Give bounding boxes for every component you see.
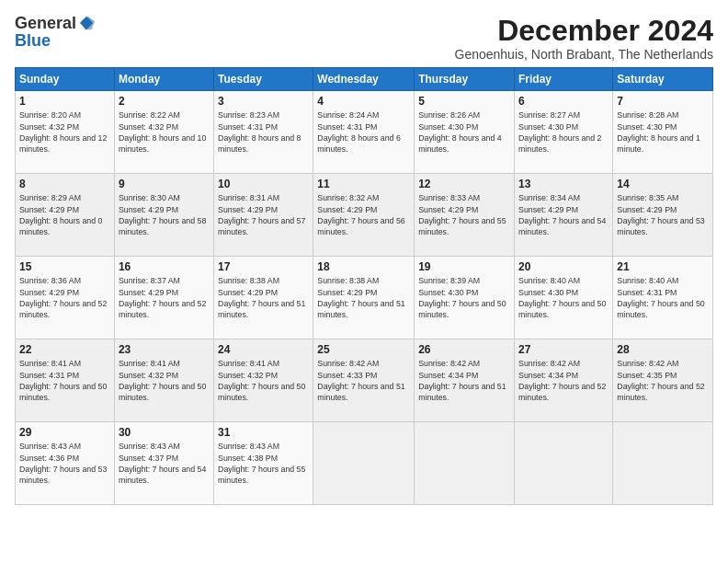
day-info: Sunrise: 8:42 AMSunset: 4:34 PMDaylight:…	[518, 359, 606, 402]
calendar-cell: 28Sunrise: 8:42 AMSunset: 4:35 PMDayligh…	[613, 339, 713, 422]
day-number: 1	[19, 95, 110, 108]
day-number: 19	[418, 260, 510, 273]
day-number: 30	[119, 426, 210, 439]
day-number: 5	[418, 95, 510, 108]
calendar-cell	[415, 422, 515, 505]
calendar-cell	[515, 422, 613, 505]
day-number: 4	[317, 95, 410, 108]
calendar-cell: 24Sunrise: 8:41 AMSunset: 4:32 PMDayligh…	[214, 339, 313, 422]
day-number: 9	[119, 178, 210, 190]
day-info: Sunrise: 8:36 AMSunset: 4:29 PMDaylight:…	[19, 276, 107, 319]
day-info: Sunrise: 8:37 AMSunset: 4:29 PMDaylight:…	[119, 276, 206, 319]
logo-general-text: General	[15, 15, 76, 31]
calendar-cell: 16Sunrise: 8:37 AMSunset: 4:29 PMDayligh…	[114, 257, 213, 339]
calendar-cell: 31Sunrise: 8:43 AMSunset: 4:38 PMDayligh…	[214, 422, 313, 505]
day-number: 14	[617, 178, 709, 190]
weekday-header-wednesday: Wednesday	[313, 68, 415, 91]
day-info: Sunrise: 8:43 AMSunset: 4:36 PMDaylight:…	[19, 442, 107, 485]
day-number: 26	[418, 343, 510, 356]
calendar-cell: 12Sunrise: 8:33 AMSunset: 4:29 PMDayligh…	[415, 174, 515, 257]
svg-marker-1	[82, 17, 95, 29]
calendar-table: SundayMondayTuesdayWednesdayThursdayFrid…	[15, 67, 713, 505]
day-info: Sunrise: 8:31 AMSunset: 4:29 PMDaylight:…	[218, 193, 305, 236]
calendar-cell: 9Sunrise: 8:30 AMSunset: 4:29 PMDaylight…	[114, 174, 213, 257]
day-info: Sunrise: 8:34 AMSunset: 4:29 PMDaylight:…	[518, 193, 606, 236]
day-number: 7	[617, 95, 709, 108]
calendar-cell: 10Sunrise: 8:31 AMSunset: 4:29 PMDayligh…	[214, 174, 313, 257]
weekday-header-sunday: Sunday	[16, 68, 115, 91]
calendar-cell: 11Sunrise: 8:32 AMSunset: 4:29 PMDayligh…	[313, 174, 415, 257]
day-number: 6	[518, 95, 609, 108]
weekday-header-tuesday: Tuesday	[214, 68, 313, 91]
day-info: Sunrise: 8:24 AMSunset: 4:31 PMDaylight:…	[317, 110, 400, 154]
day-info: Sunrise: 8:41 AMSunset: 4:32 PMDaylight:…	[119, 359, 206, 402]
calendar-cell: 4Sunrise: 8:24 AMSunset: 4:31 PMDaylight…	[313, 91, 415, 174]
day-info: Sunrise: 8:32 AMSunset: 4:29 PMDaylight:…	[317, 193, 404, 236]
day-info: Sunrise: 8:42 AMSunset: 4:35 PMDaylight:…	[617, 359, 704, 402]
calendar-cell: 18Sunrise: 8:38 AMSunset: 4:29 PMDayligh…	[313, 257, 415, 339]
day-number: 10	[218, 178, 309, 190]
day-info: Sunrise: 8:28 AMSunset: 4:30 PMDaylight:…	[617, 110, 700, 154]
weekday-header-thursday: Thursday	[415, 68, 515, 91]
page: General Blue December 2024 Genoenhuis, N…	[0, 0, 728, 563]
calendar-cell: 19Sunrise: 8:39 AMSunset: 4:30 PMDayligh…	[415, 257, 515, 339]
day-info: Sunrise: 8:20 AMSunset: 4:32 PMDaylight:…	[19, 110, 107, 154]
day-info: Sunrise: 8:38 AMSunset: 4:29 PMDaylight:…	[218, 276, 305, 319]
weekday-header-saturday: Saturday	[613, 68, 713, 91]
day-info: Sunrise: 8:29 AMSunset: 4:29 PMDaylight:…	[19, 193, 102, 236]
calendar-cell: 1Sunrise: 8:20 AMSunset: 4:32 PMDaylight…	[16, 91, 115, 174]
day-info: Sunrise: 8:38 AMSunset: 4:29 PMDaylight:…	[317, 276, 404, 319]
calendar-cell: 21Sunrise: 8:40 AMSunset: 4:31 PMDayligh…	[613, 257, 713, 339]
calendar-cell: 23Sunrise: 8:41 AMSunset: 4:32 PMDayligh…	[114, 339, 213, 422]
day-number: 31	[218, 426, 309, 439]
calendar-cell: 20Sunrise: 8:40 AMSunset: 4:30 PMDayligh…	[515, 257, 613, 339]
calendar-cell: 15Sunrise: 8:36 AMSunset: 4:29 PMDayligh…	[16, 257, 115, 339]
calendar-cell: 22Sunrise: 8:41 AMSunset: 4:31 PMDayligh…	[16, 339, 115, 422]
weekday-header-monday: Monday	[114, 68, 213, 91]
day-number: 11	[317, 178, 410, 190]
day-info: Sunrise: 8:42 AMSunset: 4:34 PMDaylight:…	[418, 359, 506, 402]
day-number: 21	[617, 260, 709, 273]
day-info: Sunrise: 8:22 AMSunset: 4:32 PMDaylight:…	[119, 110, 206, 154]
day-number: 15	[19, 260, 110, 273]
day-number: 27	[518, 343, 609, 356]
day-number: 29	[19, 426, 110, 439]
calendar-cell: 3Sunrise: 8:23 AMSunset: 4:31 PMDaylight…	[214, 91, 313, 174]
logo-blue-text: Blue	[15, 31, 51, 50]
calendar-cell: 7Sunrise: 8:28 AMSunset: 4:30 PMDaylight…	[613, 91, 713, 174]
day-info: Sunrise: 8:23 AMSunset: 4:31 PMDaylight:…	[218, 110, 301, 154]
logo-icon	[78, 15, 95, 31]
subtitle: Genoenhuis, North Brabant, The Netherlan…	[455, 47, 713, 62]
day-number: 8	[19, 178, 110, 190]
day-number: 24	[218, 343, 309, 356]
day-info: Sunrise: 8:42 AMSunset: 4:33 PMDaylight:…	[317, 359, 404, 402]
day-number: 16	[119, 260, 210, 273]
day-info: Sunrise: 8:40 AMSunset: 4:31 PMDaylight:…	[617, 276, 704, 319]
calendar-cell: 6Sunrise: 8:27 AMSunset: 4:30 PMDaylight…	[515, 91, 613, 174]
logo: General Blue	[15, 15, 95, 51]
calendar-cell: 29Sunrise: 8:43 AMSunset: 4:36 PMDayligh…	[16, 422, 115, 505]
title-block: December 2024 Genoenhuis, North Brabant,…	[455, 15, 713, 62]
day-number: 28	[617, 343, 709, 356]
header: General Blue December 2024 Genoenhuis, N…	[15, 15, 713, 62]
day-number: 3	[218, 95, 309, 108]
day-info: Sunrise: 8:39 AMSunset: 4:30 PMDaylight:…	[418, 276, 506, 319]
day-info: Sunrise: 8:27 AMSunset: 4:30 PMDaylight:…	[518, 110, 601, 154]
calendar-cell: 2Sunrise: 8:22 AMSunset: 4:32 PMDaylight…	[114, 91, 213, 174]
calendar-cell	[613, 422, 713, 505]
day-info: Sunrise: 8:40 AMSunset: 4:30 PMDaylight:…	[518, 276, 606, 319]
day-number: 13	[518, 178, 609, 190]
calendar-cell	[313, 422, 415, 505]
day-info: Sunrise: 8:33 AMSunset: 4:29 PMDaylight:…	[418, 193, 506, 236]
calendar-cell: 8Sunrise: 8:29 AMSunset: 4:29 PMDaylight…	[16, 174, 115, 257]
day-number: 17	[218, 260, 309, 273]
day-info: Sunrise: 8:43 AMSunset: 4:38 PMDaylight:…	[218, 442, 305, 485]
day-info: Sunrise: 8:41 AMSunset: 4:31 PMDaylight:…	[19, 359, 107, 402]
calendar-cell: 26Sunrise: 8:42 AMSunset: 4:34 PMDayligh…	[415, 339, 515, 422]
day-info: Sunrise: 8:26 AMSunset: 4:30 PMDaylight:…	[418, 110, 501, 154]
calendar-cell: 13Sunrise: 8:34 AMSunset: 4:29 PMDayligh…	[515, 174, 613, 257]
calendar-cell: 5Sunrise: 8:26 AMSunset: 4:30 PMDaylight…	[415, 91, 515, 174]
day-info: Sunrise: 8:41 AMSunset: 4:32 PMDaylight:…	[218, 359, 305, 402]
calendar-cell: 17Sunrise: 8:38 AMSunset: 4:29 PMDayligh…	[214, 257, 313, 339]
main-title: December 2024	[455, 15, 713, 47]
